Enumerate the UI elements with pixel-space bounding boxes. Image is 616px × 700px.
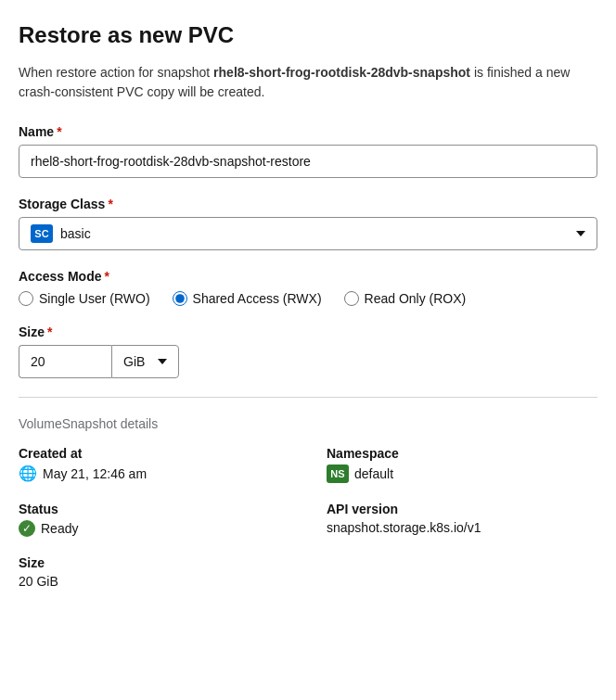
size-field-group: Size* GiB xyxy=(19,325,597,378)
radio-rwo-label: Single User (RWO) xyxy=(39,291,150,306)
api-version-value: snapshot.storage.k8s.io/v1 xyxy=(327,520,597,535)
required-star-size: * xyxy=(47,325,52,339)
snapshot-size-label: Size xyxy=(19,555,289,570)
snapshot-details-grid: Created at 🌐 May 21, 12:46 am Namespace … xyxy=(19,446,597,589)
radio-option-rwx[interactable]: Shared Access (RWX) xyxy=(173,291,322,306)
snapshot-size-item: Size 20 GiB xyxy=(19,555,289,589)
radio-rwx-label: Shared Access (RWX) xyxy=(193,291,322,306)
page-description: When restore action for snapshot rhel8-s… xyxy=(19,63,597,102)
required-star-am: * xyxy=(104,269,109,284)
radio-rwo[interactable] xyxy=(19,291,33,306)
globe-icon: 🌐 xyxy=(19,465,37,482)
ns-badge: NS xyxy=(327,465,349,483)
snapshot-size-value: 20 GiB xyxy=(19,574,289,589)
snapshot-details-title: VolumeSnapshot details xyxy=(19,416,597,431)
size-unit-value: GiB xyxy=(123,354,145,369)
storage-class-select[interactable]: SC basic xyxy=(19,217,597,250)
api-version-item: API version snapshot.storage.k8s.io/v1 xyxy=(327,502,597,537)
size-row: GiB xyxy=(19,345,597,378)
storage-class-label: Storage Class* xyxy=(19,197,597,211)
namespace-value: NS default xyxy=(327,465,597,483)
page-title: Restore as new PVC xyxy=(19,22,597,48)
access-mode-label: Access Mode* xyxy=(19,269,597,284)
status-value: ✓ Ready xyxy=(19,520,289,537)
required-star: * xyxy=(57,124,61,139)
status-check-icon: ✓ xyxy=(19,520,35,537)
api-version-label: API version xyxy=(327,502,597,516)
required-star-sc: * xyxy=(108,197,112,211)
access-mode-field-group: Access Mode* Single User (RWO) Shared Ac… xyxy=(19,269,597,306)
storage-class-field-group: Storage Class* SC basic xyxy=(19,197,597,250)
name-input[interactable] xyxy=(19,145,597,178)
created-at-value: 🌐 May 21, 12:46 am xyxy=(19,465,289,482)
created-at-item: Created at 🌐 May 21, 12:46 am xyxy=(19,446,289,483)
namespace-item: Namespace NS default xyxy=(327,446,597,483)
size-input[interactable] xyxy=(19,345,111,378)
radio-rox[interactable] xyxy=(344,291,359,306)
chevron-down-icon xyxy=(576,231,585,236)
name-label: Name* xyxy=(19,124,597,139)
size-chevron-down-icon xyxy=(158,359,167,364)
radio-option-rwo[interactable]: Single User (RWO) xyxy=(19,291,150,306)
radio-option-rox[interactable]: Read Only (ROX) xyxy=(344,291,467,306)
status-label: Status xyxy=(19,502,289,516)
size-unit-select[interactable]: GiB xyxy=(111,345,179,378)
created-at-label: Created at xyxy=(19,446,289,461)
radio-rox-label: Read Only (ROX) xyxy=(365,291,467,306)
access-mode-radio-group: Single User (RWO) Shared Access (RWX) Re… xyxy=(19,291,597,306)
name-field-group: Name* xyxy=(19,124,597,178)
radio-rwx[interactable] xyxy=(173,291,187,306)
namespace-label: Namespace xyxy=(327,446,597,461)
status-item: Status ✓ Ready xyxy=(19,502,289,537)
size-label: Size* xyxy=(19,325,597,339)
storage-class-value: basic xyxy=(60,226,569,241)
section-divider xyxy=(19,397,597,398)
sc-badge: SC xyxy=(31,224,53,243)
